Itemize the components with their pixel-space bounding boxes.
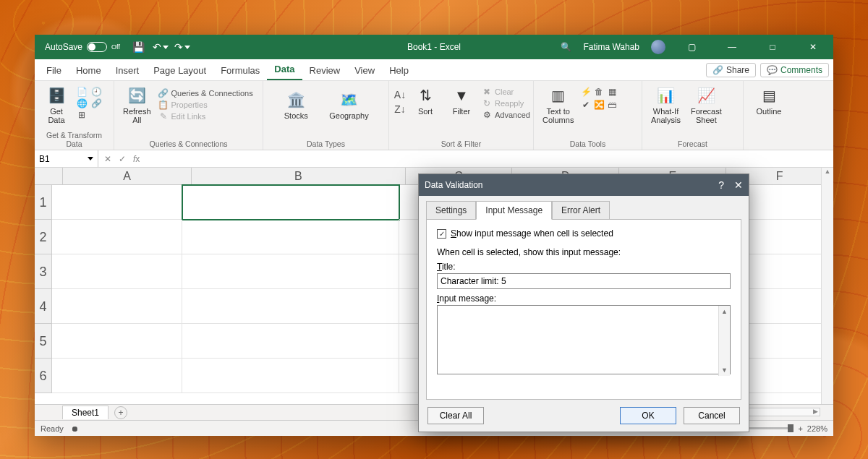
undo-icon[interactable]: ↶: [155, 41, 166, 53]
select-all-corner[interactable]: [35, 168, 63, 185]
advanced-filter-button[interactable]: ⚙Advanced: [482, 110, 530, 120]
macro-record-icon[interactable]: ⏺: [71, 424, 79, 433]
save-icon[interactable]: 💾: [133, 41, 145, 53]
name-box-dropdown-icon[interactable]: [88, 157, 93, 160]
sheet-tab-1[interactable]: Sheet1: [62, 406, 109, 419]
row-header-2[interactable]: 2: [35, 220, 52, 254]
dialog-tabs: Settings Input Message Error Alert: [419, 196, 749, 219]
cell-B4[interactable]: [182, 289, 399, 324]
sort-button[interactable]: ⇅ Sort: [409, 84, 441, 117]
cancel-edit-icon[interactable]: ✕: [104, 154, 111, 164]
text-to-columns-button[interactable]: ▥ Text to Columns: [540, 84, 576, 126]
cell-B1[interactable]: [182, 185, 399, 220]
scroll-up-icon[interactable]: ▲: [719, 306, 730, 317]
cell-B2[interactable]: [182, 220, 399, 254]
row-header-1[interactable]: 1: [35, 185, 52, 220]
cell-A3[interactable]: [52, 254, 182, 289]
cell-A6[interactable]: [52, 359, 182, 393]
fx-icon[interactable]: fx: [133, 154, 140, 164]
col-header-A[interactable]: A: [63, 168, 191, 185]
zoom-value[interactable]: 228%: [807, 424, 827, 433]
row-header-3[interactable]: 3: [35, 254, 52, 289]
from-text-icon[interactable]: 📄: [77, 87, 87, 97]
sort-az-icon[interactable]: A↓: [395, 90, 405, 100]
tab-insert[interactable]: Insert: [109, 61, 147, 80]
title-input[interactable]: [437, 273, 731, 289]
cell-B5[interactable]: [182, 324, 399, 359]
get-data-button[interactable]: 🗄️ Get Data: [41, 84, 72, 126]
autosave-state: Off: [111, 43, 120, 51]
relationships-icon[interactable]: 🔀: [594, 100, 604, 110]
cell-B6[interactable]: [182, 359, 399, 393]
stocks-button[interactable]: 🏛️ Stocks: [280, 88, 312, 121]
maximize-button[interactable]: □: [758, 35, 787, 59]
row-header-5[interactable]: 5: [35, 324, 52, 359]
geography-button[interactable]: 🗺️ Geography: [326, 88, 371, 121]
minimize-button[interactable]: —: [718, 35, 746, 59]
properties-label: Properties: [171, 100, 208, 109]
refresh-all-button[interactable]: 🔄 Refresh All: [120, 84, 154, 126]
tab-home[interactable]: Home: [69, 61, 109, 80]
cell-B3[interactable]: [182, 254, 399, 289]
row-header-4[interactable]: 4: [35, 289, 52, 324]
dialog-titlebar[interactable]: Data Validation ? ✕: [419, 174, 749, 196]
from-table-icon[interactable]: ⊞: [77, 110, 87, 120]
filter-button[interactable]: ▼ Filter: [446, 84, 477, 117]
tab-page-layout[interactable]: Page Layout: [146, 61, 213, 80]
cell-A4[interactable]: [52, 289, 182, 324]
share-button[interactable]: 🔗 Share: [706, 63, 756, 77]
name-box[interactable]: B1: [35, 150, 98, 167]
col-header-B[interactable]: B: [192, 168, 406, 185]
cell-A1[interactable]: [52, 185, 182, 220]
user-name[interactable]: Fatima Wahab: [583, 42, 639, 52]
dialog-tab-error-alert[interactable]: Error Alert: [552, 201, 610, 220]
autosave-switch-icon[interactable]: [87, 42, 107, 52]
tab-review[interactable]: Review: [302, 61, 348, 80]
tab-help[interactable]: Help: [382, 61, 416, 80]
user-avatar[interactable]: [651, 40, 665, 54]
tab-view[interactable]: View: [347, 61, 382, 80]
queries-connections-button[interactable]: 🔗Queries & Connections: [158, 88, 253, 98]
remove-duplicates-icon[interactable]: 🗑: [594, 87, 604, 97]
comments-button[interactable]: 💬 Comments: [760, 63, 829, 77]
confirm-edit-icon[interactable]: ✓: [119, 154, 126, 164]
dialog-help-icon[interactable]: ?: [718, 179, 724, 191]
consolidate-icon[interactable]: ▦: [607, 87, 617, 97]
ok-button[interactable]: OK: [620, 407, 676, 424]
row-header-6[interactable]: 6: [35, 359, 52, 393]
cancel-button[interactable]: Cancel: [684, 407, 740, 424]
clear-all-button[interactable]: Clear All: [427, 407, 484, 424]
forecast-sheet-button[interactable]: 📈 Forecast Sheet: [688, 84, 725, 126]
flash-fill-icon[interactable]: ⚡: [581, 87, 591, 97]
cell-A5[interactable]: [52, 324, 182, 359]
tab-formulas[interactable]: Formulas: [213, 61, 267, 80]
ribbon-display-options-icon[interactable]: ▢: [677, 35, 706, 59]
data-model-icon[interactable]: 🗃: [607, 100, 617, 110]
input-message-textarea[interactable]: [437, 305, 731, 374]
outline-button[interactable]: ▤ Outline: [753, 84, 785, 117]
textarea-scrollbar[interactable]: ▲ ▼: [718, 306, 730, 376]
existing-connections-icon[interactable]: 🔗: [91, 98, 101, 108]
data-validation-icon[interactable]: ✔: [581, 100, 591, 110]
dialog-close-icon[interactable]: ✕: [734, 179, 743, 191]
show-input-message-checkbox[interactable]: ✓ Show input message when cell is select…: [437, 228, 731, 239]
sort-za-icon[interactable]: Z↓: [395, 104, 405, 114]
autosave-toggle[interactable]: AutoSave Off: [45, 42, 120, 52]
cell-A2[interactable]: [52, 220, 182, 254]
what-if-analysis-button[interactable]: 📊 What-If Analysis: [648, 84, 684, 126]
scroll-up-icon[interactable]: ▲: [822, 168, 833, 179]
close-button[interactable]: ✕: [799, 35, 827, 59]
redo-icon[interactable]: ↷: [176, 41, 188, 53]
vertical-scrollbar[interactable]: ▲: [821, 168, 833, 404]
scroll-down-icon[interactable]: ▼: [719, 364, 730, 376]
zoom-in-button[interactable]: +: [798, 424, 802, 433]
checkbox-icon[interactable]: ✓: [437, 229, 446, 239]
tab-file[interactable]: File: [39, 61, 69, 80]
add-sheet-button[interactable]: +: [114, 406, 127, 419]
dialog-tab-settings[interactable]: Settings: [426, 201, 476, 220]
tab-data[interactable]: Data: [267, 59, 302, 80]
recent-sources-icon[interactable]: 🕘: [91, 87, 101, 97]
dialog-tab-input-message[interactable]: Input Message: [476, 201, 552, 220]
search-icon[interactable]: 🔍: [561, 42, 571, 52]
from-web-icon[interactable]: 🌐: [77, 98, 87, 108]
